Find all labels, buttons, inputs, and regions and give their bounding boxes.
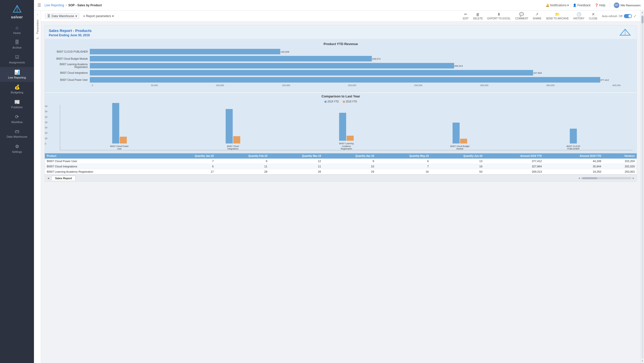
cell-feb: 9 <box>216 159 269 164</box>
legend-2018-label: 2018 YTD <box>346 100 357 103</box>
axis-labels: 050,000100,000150,000200,000250,000300,0… <box>92 84 631 87</box>
col-2018ytd: Amount 2018 YTD <box>544 153 603 159</box>
filter-icon[interactable]: ⊿ <box>36 36 39 40</box>
vscroll-down[interactable]: ▼ <box>641 359 643 363</box>
comment-button[interactable]: 💬 COMMENT <box>515 12 528 20</box>
vscroll-track[interactable] <box>641 15 643 359</box>
y-axis-labels: 050,000100,000150,000200,000250,000300,0… <box>45 105 48 150</box>
table-header-row: Product Quantity Jan-19 Quantity Feb-19 … <box>45 153 637 159</box>
expand-icon[interactable]: ⤢ <box>633 14 636 18</box>
share-button[interactable]: ↗ SHARE <box>533 12 541 20</box>
cell-ytd2018: 44,208 <box>544 159 603 164</box>
archive-button[interactable]: 📁 SEND TO ARCHIVE <box>546 12 569 20</box>
edit-button[interactable]: ✏ EDIT <box>463 12 469 20</box>
archive-label: SEND TO ARCHIVE <box>546 17 569 20</box>
bar-row: BI007 Cloud Integrations 327,864 <box>51 70 631 76</box>
panel-toggle[interactable]: › <box>37 13 38 16</box>
user-info[interactable]: NR Nils Rasmussen <box>614 3 640 8</box>
cell-feb: 28 <box>216 169 269 174</box>
cell-ytd2018: 19,250 <box>544 169 603 174</box>
sidebar-item-budgeting[interactable]: 💰 Budgeting <box>0 82 34 97</box>
close-button[interactable]: ✕ CLOSE <box>589 12 597 20</box>
report-title: Sales Report - Products <box>49 28 92 33</box>
data-warehouse-button[interactable]: 🗄 Data Warehouse ▾ <box>45 13 79 19</box>
cell-apr: 10 <box>323 164 376 169</box>
cell-apr: 29 <box>323 169 376 174</box>
axis-label: 350,000 <box>546 84 555 87</box>
bar-group: BI007 Cloud Integrations <box>223 109 243 150</box>
hscroll-right[interactable]: ► <box>632 177 635 179</box>
legend-2019-label: 2019 YTD <box>328 100 339 103</box>
bar-container: 208,572 <box>90 56 631 61</box>
col-may: Quantity May-19 <box>376 153 431 159</box>
solver-brand-logo: solver <box>618 28 633 36</box>
settings-icon: ⚙ <box>15 144 19 149</box>
history-icon: 🕐 <box>577 12 581 17</box>
avatar: NR <box>614 3 619 8</box>
comment-label: COMMENT <box>515 17 528 20</box>
sidebar-item-data-warehouse[interactable]: 🗃 Data Warehouse <box>0 126 34 141</box>
breadcrumb-separator: > <box>65 4 67 7</box>
axis-label: 100,000 <box>216 84 224 87</box>
hscroll-track[interactable] <box>581 177 631 179</box>
y-axis-label: 200,000 <box>45 126 48 129</box>
cell-ytd2018: 35,844 <box>544 164 603 169</box>
sidebar-item-live-reporting[interactable]: 📊 Live Reporting <box>0 67 34 82</box>
sidebar-item-settings[interactable]: ⚙ Settings <box>0 141 34 156</box>
bar-2019 <box>453 123 460 143</box>
feedback-icon: 👤 <box>573 4 577 7</box>
sheet-tab-sales[interactable]: Sales Report <box>51 176 76 180</box>
scroll-left-icon[interactable]: ◄ <box>47 176 50 180</box>
col-mar: Quantity Mar-19 <box>269 153 323 159</box>
bar-label: BI007 CLOUD PUBLISHER <box>51 50 90 53</box>
sidebar-item-home[interactable]: ⌂ Home <box>0 23 34 37</box>
export-excel-button[interactable]: ⬇ EXPORT TO EXCEL <box>487 12 511 20</box>
report-content: Sales Report - Products Period Ending Ju… <box>41 22 640 363</box>
col-2019ytd: Amount 2019 YTD <box>485 153 544 159</box>
axis-label: 400,000 <box>612 84 621 87</box>
comment-icon: 💬 <box>519 12 524 17</box>
group-label: BI007 Learning Academy Registration <box>336 142 356 150</box>
sidebar-item-workflow[interactable]: ⟳ Workflow <box>0 112 34 126</box>
toolbar-left: 🗄 Data Warehouse ▾ ≡ Report parameters ▾ <box>45 13 114 19</box>
cell-mar: 28 <box>269 169 323 174</box>
content-area: › Parameters ⊿ 🗄 Data Warehouse ▾ ≡ Repo… <box>34 11 644 363</box>
notifications-button[interactable]: 🔔 Notifications ▾ <box>546 4 569 7</box>
chart-legend: 2019 YTD 2018 YTD <box>49 100 633 103</box>
axis-label: 200,000 <box>348 84 356 87</box>
cell-product: BI007 Learning Academy Registration <box>45 169 162 174</box>
solver-logo-text: solver <box>11 15 23 19</box>
vscroll-up[interactable]: ▲ <box>641 11 643 14</box>
delete-label: DELETE <box>473 17 483 20</box>
bar-label: BI007 Learning Academy Registration <box>51 63 90 68</box>
sidebar-item-publisher[interactable]: 📰 Publisher <box>0 97 34 112</box>
cell-mar: 12 <box>269 159 323 164</box>
archive-icon: 📁 <box>555 12 560 17</box>
auto-refresh-toggle[interactable] <box>624 14 632 18</box>
sidebar-item-archive[interactable]: 🗄 Archive <box>0 37 34 52</box>
report-params-button[interactable]: ≡ Report parameters ▾ <box>83 14 114 18</box>
hscroll-left[interactable]: ◄ <box>578 177 580 179</box>
bar-row: BI007 Learning Academy Registration 269,… <box>51 63 631 68</box>
axis-label: 50,000 <box>151 84 158 87</box>
delete-button[interactable]: 🗑 DELETE <box>473 12 483 20</box>
chevron-down-icon: ▾ <box>567 4 569 7</box>
y-axis-label: 400,000 <box>45 105 48 107</box>
export-label: EXPORT TO EXCEL <box>487 17 511 20</box>
bar-container: 269,313 <box>90 63 631 68</box>
bars <box>453 123 467 143</box>
hamburger-icon[interactable]: ☰ <box>37 3 41 8</box>
parameters-label[interactable]: Parameters <box>36 20 39 34</box>
breadcrumb-root[interactable]: Live Reporting <box>45 4 64 7</box>
hscroll-thumb <box>582 177 597 179</box>
toggle-knob <box>628 15 631 18</box>
feedback-button[interactable]: 👤 Feedback <box>573 4 591 7</box>
sidebar-item-assignments[interactable]: ☑ Assignments <box>0 52 34 67</box>
sidebar-item-label: Archive <box>12 46 22 49</box>
history-button[interactable]: 🕐 HISTORY <box>573 12 584 20</box>
data-table-wrapper: Product Quantity Jan-19 Quantity Feb-19 … <box>45 153 637 174</box>
col-jan: Quantity Jan-19 <box>162 153 216 159</box>
close-label: CLOSE <box>589 17 597 20</box>
bar-2018 <box>460 139 467 143</box>
help-button[interactable]: ❓ Help <box>595 4 606 7</box>
